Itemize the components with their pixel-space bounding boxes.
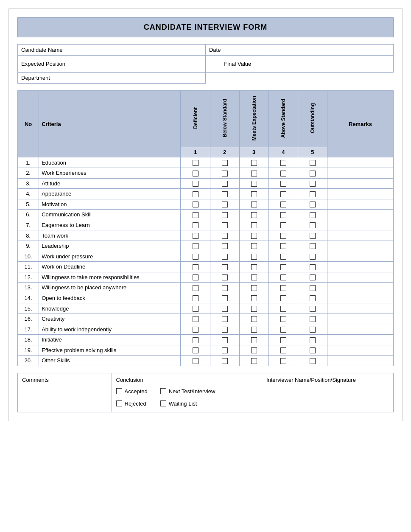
checkbox-2[interactable] [222,337,228,343]
checkbox-5[interactable] [310,233,316,239]
row-score-5[interactable] [298,303,327,314]
checkbox-4[interactable] [280,274,286,280]
checkbox-4[interactable] [280,160,286,166]
checkbox-5[interactable] [310,285,316,291]
checkbox-4[interactable] [280,233,286,239]
row-score-2[interactable] [210,241,239,251]
accepted-checkbox[interactable] [116,388,122,394]
row-score-3[interactable] [239,356,268,366]
row-remarks[interactable] [327,334,393,345]
checkbox-2[interactable] [222,181,228,187]
row-score-4[interactable] [268,324,298,335]
row-score-5[interactable] [298,199,327,210]
checkbox-5[interactable] [310,347,316,353]
checkbox-5[interactable] [310,212,316,218]
next-test-option[interactable]: Next Test/Interview [160,388,215,395]
checkbox-2[interactable] [222,264,228,270]
row-score-3[interactable] [239,189,268,199]
row-remarks[interactable] [327,189,393,199]
row-score-4[interactable] [268,157,298,168]
row-score-5[interactable] [298,293,327,303]
row-score-4[interactable] [268,293,298,303]
checkbox-1[interactable] [193,264,199,270]
row-score-5[interactable] [298,230,327,241]
checkbox-2[interactable] [222,295,228,301]
checkbox-5[interactable] [310,327,316,333]
checkbox-4[interactable] [280,264,286,270]
row-score-4[interactable] [268,251,298,262]
row-score-4[interactable] [268,356,298,366]
expected-position-value[interactable] [82,56,205,73]
row-score-3[interactable] [239,303,268,314]
row-score-3[interactable] [239,168,268,178]
checkbox-5[interactable] [310,295,316,301]
row-score-2[interactable] [210,293,239,303]
row-score-2[interactable] [210,303,239,314]
checkbox-5[interactable] [310,274,316,280]
checkbox-3[interactable] [251,316,257,322]
row-score-4[interactable] [268,272,298,283]
row-score-5[interactable] [298,283,327,293]
checkbox-4[interactable] [280,212,286,218]
row-remarks[interactable] [327,272,393,283]
row-remarks[interactable] [327,168,393,178]
checkbox-5[interactable] [310,222,316,228]
checkbox-4[interactable] [280,358,286,364]
row-score-2[interactable] [210,262,239,272]
checkbox-1[interactable] [193,306,199,312]
checkbox-5[interactable] [310,202,316,207]
checkbox-4[interactable] [280,202,286,207]
row-score-5[interactable] [298,324,327,335]
row-score-5[interactable] [298,334,327,345]
checkbox-4[interactable] [280,254,286,260]
checkbox-3[interactable] [251,327,257,333]
row-remarks[interactable] [327,324,393,335]
row-score-5[interactable] [298,251,327,262]
row-score-4[interactable] [268,262,298,272]
row-score-3[interactable] [239,199,268,210]
row-remarks[interactable] [327,210,393,220]
checkbox-4[interactable] [280,327,286,333]
row-remarks[interactable] [327,220,393,230]
checkbox-5[interactable] [310,337,316,343]
row-score-4[interactable] [268,241,298,251]
row-score-4[interactable] [268,220,298,230]
checkbox-1[interactable] [193,327,199,333]
checkbox-4[interactable] [280,222,286,228]
row-score-3[interactable] [239,314,268,324]
row-score-2[interactable] [210,189,239,199]
checkbox-1[interactable] [193,254,199,260]
checkbox-1[interactable] [193,191,199,197]
checkbox-4[interactable] [280,316,286,322]
row-score-5[interactable] [298,272,327,283]
row-score-5[interactable] [298,168,327,178]
checkbox-3[interactable] [251,191,257,197]
checkbox-3[interactable] [251,347,257,353]
row-score-2[interactable] [210,272,239,283]
final-value-value[interactable] [270,56,393,73]
accepted-option[interactable]: Accepted [116,388,148,395]
row-score-1[interactable] [181,157,210,168]
checkbox-4[interactable] [280,347,286,353]
checkbox-3[interactable] [251,171,257,176]
checkbox-2[interactable] [222,202,228,207]
row-score-4[interactable] [268,199,298,210]
row-remarks[interactable] [327,230,393,241]
row-score-2[interactable] [210,356,239,366]
checkbox-5[interactable] [310,264,316,270]
row-remarks[interactable] [327,241,393,251]
checkbox-2[interactable] [222,212,228,218]
checkbox-1[interactable] [193,233,199,239]
checkbox-1[interactable] [193,181,199,187]
row-remarks[interactable] [327,314,393,324]
checkbox-5[interactable] [310,306,316,312]
row-score-1[interactable] [181,345,210,356]
row-score-3[interactable] [239,324,268,335]
checkbox-3[interactable] [251,233,257,239]
row-score-1[interactable] [181,178,210,189]
row-score-3[interactable] [239,262,268,272]
row-score-4[interactable] [268,283,298,293]
row-remarks[interactable] [327,293,393,303]
row-score-4[interactable] [268,189,298,199]
checkbox-2[interactable] [222,358,228,364]
